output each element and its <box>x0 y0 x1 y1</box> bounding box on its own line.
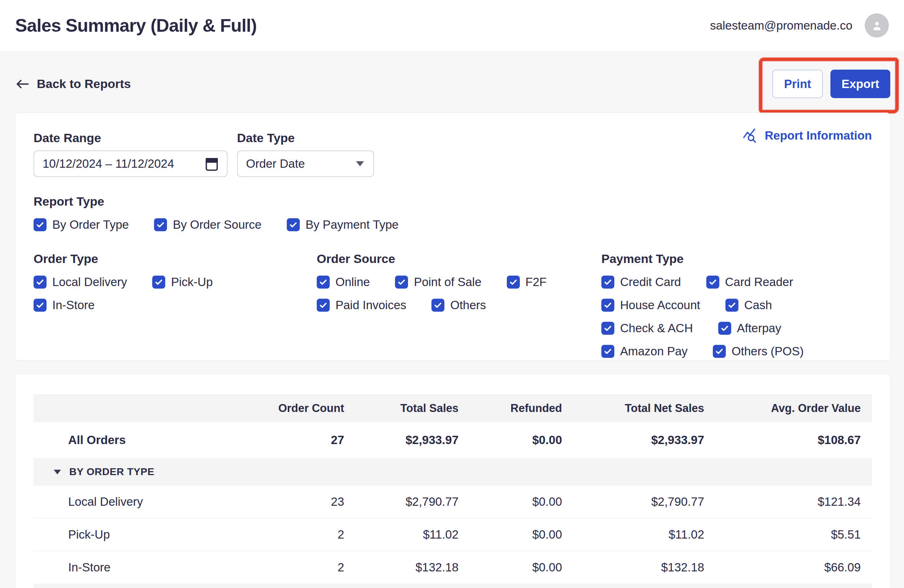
checkbox-house-account[interactable]: House Account <box>601 297 700 313</box>
column-header-order-count: Order Count <box>250 402 354 415</box>
checkbox-credit-card[interactable]: Credit Card <box>601 275 681 290</box>
checkbox-label: Card Reader <box>725 275 793 289</box>
person-icon <box>871 19 883 32</box>
top-bar: Sales Summary (Daily & Full) salesteam@p… <box>0 0 904 51</box>
checkbox-checked-icon <box>725 299 738 312</box>
page-title: Sales Summary (Daily & Full) <box>15 15 257 36</box>
checkbox-checked-icon <box>33 218 47 231</box>
date-range-input[interactable]: 10/12/2024 – 11/12/2024 <box>33 150 228 177</box>
cell-order-count: 23 <box>250 495 354 509</box>
cell-refunded: $0.00 <box>469 433 572 447</box>
checkbox-by-order-type[interactable]: By Order Type <box>33 217 129 232</box>
back-to-reports-label: Back to Reports <box>37 77 131 91</box>
checkbox-checked-icon <box>33 299 47 312</box>
column-header-total-sales: Total Sales <box>354 402 469 415</box>
payment-type-options: Credit CardCard ReaderHouse AccountCashC… <box>601 275 811 359</box>
cell-total-net-sales: $2,933.97 <box>572 433 714 447</box>
checkbox-local-delivery[interactable]: Local Delivery <box>33 275 127 290</box>
checkbox-checked-icon <box>317 276 330 289</box>
checkbox-label: Afterpay <box>737 321 781 335</box>
date-type-select[interactable]: Order Date <box>237 150 374 177</box>
table-section-rows: Local Delivery23$2,790.77$0.00$2,790.77$… <box>33 485 872 584</box>
table-section-by-order-type[interactable]: BY ORDER TYPE <box>33 458 872 485</box>
checkbox-online[interactable]: Online <box>317 275 370 290</box>
checkbox-cash[interactable]: Cash <box>725 297 772 313</box>
order-source-heading: Order Source <box>317 252 601 266</box>
row-label: Local Delivery <box>33 495 250 509</box>
order-type-options: Local DeliveryPick-UpIn-Store <box>33 275 228 313</box>
cell-total-sales: $2,790.77 <box>354 495 469 509</box>
report-type-heading: Report Type <box>33 194 872 209</box>
cell-avg-order-value: $121.34 <box>714 495 871 509</box>
report-type-options: By Order TypeBy Order SourceBy Payment T… <box>33 217 872 232</box>
checkbox-label: F2F <box>526 275 547 289</box>
actions-row: Back to Reports Print Export <box>0 51 904 112</box>
avatar[interactable] <box>864 13 889 38</box>
checkbox-label: Credit Card <box>620 275 681 289</box>
checkbox-point-of-sale[interactable]: Point of Sale <box>395 275 481 290</box>
calendar-icon[interactable] <box>204 155 220 172</box>
table-row-in-store: In-Store2$132.18$0.00$132.18$66.09 <box>33 551 872 584</box>
order-source-group: Order Source OnlinePoint of SaleF2FPaid … <box>317 234 601 359</box>
checkbox-checked-icon <box>706 276 719 289</box>
back-to-reports-link[interactable]: Back to Reports <box>15 77 131 91</box>
checkbox-checked-icon <box>718 322 731 335</box>
print-button[interactable]: Print <box>772 70 823 98</box>
checkbox-label: Point of Sale <box>414 275 481 289</box>
checkbox-checked-icon <box>395 276 408 289</box>
date-type-value: Order Date <box>246 157 305 171</box>
arrow-left-icon <box>15 77 30 90</box>
checkbox-others[interactable]: Others <box>431 297 486 313</box>
checkbox-label: House Account <box>620 298 700 312</box>
checkbox-checked-icon <box>287 218 300 231</box>
payment-type-group: Payment Type Credit CardCard ReaderHouse… <box>601 234 872 359</box>
checkbox-pick-up[interactable]: Pick-Up <box>152 275 213 290</box>
checkbox-checked-icon <box>154 218 167 231</box>
checkbox-others-pos[interactable]: Others (POS) <box>713 344 804 359</box>
checkbox-by-order-source[interactable]: By Order Source <box>154 217 262 232</box>
checkbox-afterpay[interactable]: Afterpay <box>718 321 781 336</box>
checkbox-label: Paid Invoices <box>335 298 406 312</box>
checkbox-label: By Order Type <box>52 218 129 232</box>
checkbox-checked-icon <box>601 276 614 289</box>
date-type-label: Date Type <box>237 131 374 145</box>
cell-total-sales: $132.18 <box>354 561 469 574</box>
cell-avg-order-value: $66.09 <box>714 561 871 574</box>
checkbox-paid-invoices[interactable]: Paid Invoices <box>317 297 406 313</box>
checkbox-label: Cash <box>744 298 772 312</box>
checkbox-checked-icon <box>601 322 614 335</box>
order-type-heading: Order Type <box>33 252 317 266</box>
cell-total-sales: $11.02 <box>354 528 469 541</box>
cell-total-net-sales: $11.02 <box>572 528 714 541</box>
report-information-label: Report Information <box>765 129 872 142</box>
checkbox-label: Pick-Up <box>171 275 213 289</box>
cell-order-count: 2 <box>250 561 354 574</box>
checkbox-checked-icon <box>601 299 614 312</box>
filters-card: Report Information Date Range 10/12/2024… <box>15 112 890 361</box>
checkbox-by-payment-type[interactable]: By Payment Type <box>287 217 398 232</box>
checkbox-label: Others <box>450 298 486 312</box>
checkbox-checked-icon <box>713 345 726 358</box>
report-actions: Print Export <box>772 70 890 98</box>
cell-order-count: 27 <box>250 433 354 447</box>
cell-order-count: 2 <box>250 528 354 541</box>
cell-total-net-sales: $132.18 <box>572 561 714 574</box>
chevron-down-icon <box>356 161 364 166</box>
user-email: salesteam@promenade.co <box>710 19 852 32</box>
report-information-link[interactable]: Report Information <box>743 128 872 143</box>
date-range-value: 10/12/2024 – 11/12/2024 <box>43 157 174 171</box>
cell-refunded: $0.00 <box>469 495 572 509</box>
table-next-section-partial <box>33 584 872 588</box>
topbar-right: salesteam@promenade.co <box>710 13 889 38</box>
checkbox-card-reader[interactable]: Card Reader <box>706 275 793 290</box>
checkbox-checked-icon <box>317 299 330 312</box>
checkbox-f2f[interactable]: F2F <box>507 275 547 290</box>
checkbox-checked-icon <box>431 299 444 312</box>
cell-total-net-sales: $2,790.77 <box>572 495 714 509</box>
checkbox-check-ach[interactable]: Check & ACH <box>601 321 693 336</box>
report-information-icon <box>743 128 759 143</box>
column-header-total-net-sales: Total Net Sales <box>572 402 714 415</box>
checkbox-in-store[interactable]: In-Store <box>33 297 95 313</box>
checkbox-amazon-pay[interactable]: Amazon Pay <box>601 344 687 359</box>
export-button[interactable]: Export <box>830 70 890 98</box>
